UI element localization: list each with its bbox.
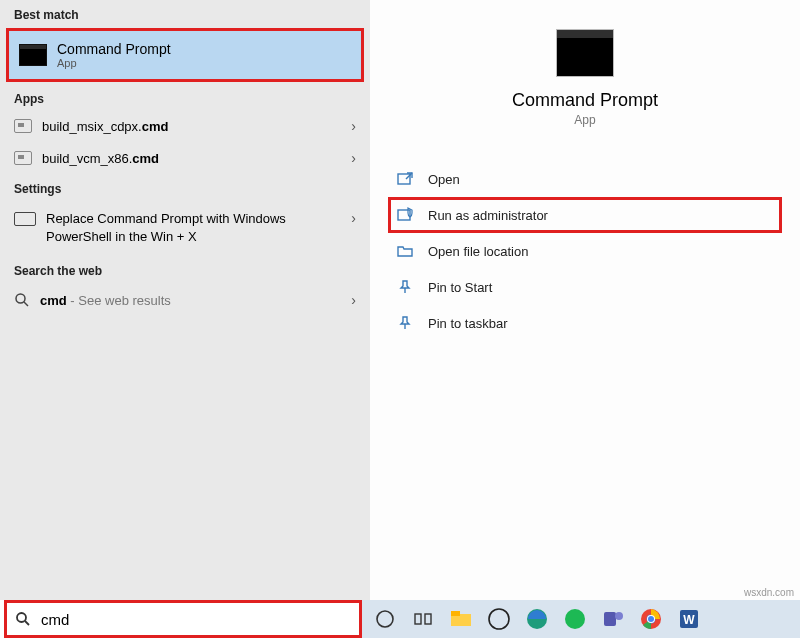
dell-icon[interactable] — [486, 606, 512, 632]
settings-result-0[interactable]: Replace Command Prompt with Windows Powe… — [0, 200, 370, 256]
app-result-0[interactable]: build_msix_cdpx.cmd › — [0, 110, 370, 142]
open-icon — [396, 170, 414, 188]
svg-point-20 — [648, 616, 654, 622]
best-match-title: Command Prompt — [57, 41, 171, 57]
action-open-location[interactable]: Open file location — [388, 233, 782, 269]
svg-rect-2 — [398, 174, 410, 184]
details-title: Command Prompt — [388, 90, 782, 111]
svg-point-14 — [565, 609, 585, 629]
section-apps: Apps — [0, 84, 370, 110]
details-panel: Command Prompt App Open Run as administr… — [370, 0, 800, 600]
cmd-file-icon — [14, 119, 32, 133]
chevron-right-icon: › — [351, 210, 356, 226]
action-run-admin[interactable]: Run as administrator — [388, 197, 782, 233]
svg-rect-11 — [451, 611, 460, 616]
svg-rect-15 — [604, 612, 616, 626]
watermark: wsxdn.com — [744, 587, 794, 598]
spotify-icon[interactable] — [562, 606, 588, 632]
svg-line-6 — [25, 621, 29, 625]
chevron-right-icon: › — [351, 292, 356, 308]
chrome-icon[interactable] — [638, 606, 664, 632]
search-icon — [15, 611, 31, 627]
action-label: Pin to taskbar — [428, 316, 508, 331]
action-label: Open file location — [428, 244, 528, 259]
cmd-icon — [19, 44, 47, 66]
svg-point-16 — [615, 612, 623, 620]
section-best-match: Best match — [0, 0, 370, 26]
search-box[interactable] — [4, 600, 362, 638]
svg-rect-9 — [425, 614, 431, 624]
action-label: Open — [428, 172, 460, 187]
action-pin-taskbar[interactable]: Pin to taskbar — [388, 305, 782, 341]
pin-icon — [396, 278, 414, 296]
chevron-right-icon: › — [351, 150, 356, 166]
action-label: Pin to Start — [428, 280, 492, 295]
file-explorer-icon[interactable] — [448, 606, 474, 632]
settings-result-text: Replace Command Prompt with Windows Powe… — [36, 210, 351, 246]
taskbar: W — [362, 600, 800, 638]
action-pin-start[interactable]: Pin to Start — [388, 269, 782, 305]
folder-icon — [396, 242, 414, 260]
cortana-icon[interactable] — [372, 606, 398, 632]
svg-line-1 — [24, 302, 28, 306]
app-result-1[interactable]: build_vcm_x86.cmd › — [0, 142, 370, 174]
search-results-panel: Best match Command Prompt App Apps build… — [0, 0, 370, 600]
best-match-subtitle: App — [57, 57, 171, 69]
best-match-command-prompt[interactable]: Command Prompt App — [6, 28, 364, 82]
edge-icon[interactable] — [524, 606, 550, 632]
word-icon[interactable]: W — [676, 606, 702, 632]
svg-text:W: W — [683, 613, 695, 627]
section-settings: Settings — [0, 174, 370, 200]
svg-point-0 — [16, 294, 25, 303]
monitor-icon — [14, 212, 36, 226]
svg-point-7 — [377, 611, 393, 627]
search-icon — [14, 292, 30, 308]
shield-icon — [396, 206, 414, 224]
cmd-file-icon — [14, 151, 32, 165]
action-label: Run as administrator — [428, 208, 548, 223]
svg-rect-8 — [415, 614, 421, 624]
details-subtitle: App — [388, 113, 782, 127]
cmd-icon — [557, 30, 613, 76]
web-result-0[interactable]: cmd - See web results › — [0, 282, 370, 318]
svg-point-12 — [489, 609, 509, 629]
section-web: Search the web — [0, 256, 370, 282]
chevron-right-icon: › — [351, 118, 356, 134]
task-view-icon[interactable] — [410, 606, 436, 632]
teams-icon[interactable] — [600, 606, 626, 632]
pin-icon — [396, 314, 414, 332]
svg-point-5 — [17, 613, 26, 622]
search-input[interactable] — [41, 611, 351, 628]
action-open[interactable]: Open — [388, 161, 782, 197]
